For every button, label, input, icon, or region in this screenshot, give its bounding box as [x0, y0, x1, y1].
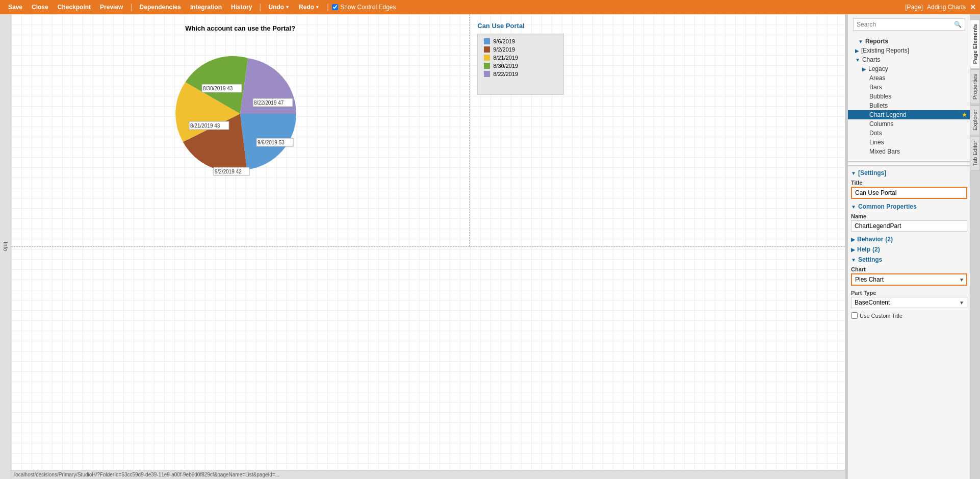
show-edges-toggle[interactable]: Show Control Edges	[332, 4, 396, 11]
legend-title: Can Use Portal	[477, 22, 837, 30]
lines-label: Lines	[869, 139, 884, 146]
legend-item-label: 9/6/2019	[493, 38, 515, 44]
part-type-label: Part Type	[851, 290, 967, 296]
bars-label: Bars	[869, 84, 882, 91]
pie-chart-svg: 9/6/2019 53 9/2/2019 42 8/21/2019 43 8/3…	[174, 47, 306, 180]
search-bar: 🔍	[853, 18, 965, 31]
tree-view: ▼ Reports ▶ [Existing Reports] ▼ Charts …	[848, 35, 970, 158]
title-input[interactable]	[851, 187, 967, 199]
part-type-select-wrap: BaseContent ▼	[851, 297, 967, 308]
help-count: (2)	[872, 246, 880, 253]
tree-chart-legend[interactable]: Chart Legend ★	[848, 110, 970, 119]
mixed-bars-label: Mixed Bars	[869, 148, 900, 155]
settings-sub-label: Settings	[858, 256, 882, 263]
pie-container: 9/6/2019 53 9/2/2019 42 8/21/2019 43 8/3…	[21, 37, 459, 190]
legacy-arrow-icon: ▶	[862, 66, 866, 72]
existing-reports-label: [Existing Reports]	[861, 47, 909, 54]
undo-button[interactable]: Undo ▼	[264, 3, 294, 12]
legend-item: 9/2/2019	[484, 46, 557, 53]
part-type-select[interactable]: BaseContent	[851, 297, 967, 308]
toolbar-right: [Page] Adding Charts ✕	[905, 3, 976, 11]
legend-item: 9/6/2019	[484, 38, 557, 44]
page-label: [Page]	[905, 4, 923, 11]
tab-page-elements[interactable]: Page Elements	[970, 19, 980, 68]
charts-label: Charts	[862, 56, 880, 63]
settings-header-label: [Settings]	[858, 169, 886, 177]
chart-field-label: Chart	[851, 266, 967, 272]
tree-dots[interactable]: Dots	[848, 129, 970, 138]
right-content: 🔍 ▼ Reports ▶ [Existing Reports] ▼ C	[848, 14, 970, 479]
legend-color-swatch	[484, 71, 490, 77]
right-panel: 🔍 ▼ Reports ▶ [Existing Reports] ▼ C	[847, 14, 980, 479]
tree-bubbles[interactable]: Bubbles	[848, 92, 970, 101]
star-icon: ★	[962, 111, 967, 118]
status-url: localhost/decisions/Primary/StudioH/?Fol…	[14, 472, 279, 477]
tree-bars[interactable]: Bars	[848, 83, 970, 92]
columns-label: Columns	[869, 120, 893, 128]
separator-2: |	[259, 3, 261, 12]
dependencies-button[interactable]: Dependencies	[136, 3, 185, 12]
settings-section-header[interactable]: ▼ [Settings]	[851, 169, 967, 177]
pie-label-5: 8/22/2019 47	[254, 100, 284, 106]
tab-properties[interactable]: Properties	[970, 69, 980, 104]
tree-charts[interactable]: ▼ Charts	[848, 55, 970, 64]
checkpoint-button[interactable]: Checkpoint	[54, 3, 95, 12]
history-button[interactable]: History	[227, 3, 256, 12]
properties-panel: ▼ [Settings] Title ▼ Common Properties N…	[848, 165, 970, 322]
tree-legacy[interactable]: ▶ Legacy	[848, 64, 970, 73]
tree-areas[interactable]: Areas	[848, 73, 970, 83]
legend-item-label: 8/22/2019	[493, 71, 518, 77]
chart-select-wrap: Pies Chart ▼	[851, 273, 967, 286]
reports-label: Reports	[865, 38, 888, 45]
use-custom-title-label: Use Custom Title	[860, 313, 902, 319]
tree-columns[interactable]: Columns	[848, 119, 970, 129]
common-arrow-icon: ▼	[851, 204, 856, 210]
tree-bullets[interactable]: Bullets	[848, 101, 970, 110]
common-props-header[interactable]: ▼ Common Properties	[851, 203, 967, 210]
behavior-label: Behavior	[857, 236, 883, 243]
search-area: 🔍	[848, 14, 970, 35]
preview-button[interactable]: Preview	[96, 3, 127, 12]
reports-arrow-icon: ▼	[858, 39, 863, 44]
settings-sub-header[interactable]: ▼ Settings	[851, 256, 967, 263]
close-x-button[interactable]: ✕	[970, 3, 976, 11]
info-tab[interactable]: Info	[0, 14, 11, 479]
behavior-arrow-icon: ▶	[851, 237, 855, 242]
title-field: Title	[851, 180, 967, 199]
redo-button[interactable]: Redo ▼	[295, 3, 324, 12]
pie-label-4: 8/30/2019 43	[203, 86, 233, 91]
name-input[interactable]	[851, 220, 967, 232]
show-edges-label: Show Control Edges	[340, 4, 396, 11]
tab-tab-editor[interactable]: Tab Editor	[970, 136, 980, 171]
toolbar: Save Close Checkpoint Preview | Dependen…	[0, 0, 980, 14]
save-button[interactable]: Save	[4, 3, 27, 12]
page-elements-tab-label: Page Elements	[972, 24, 978, 64]
part-type-field: Part Type BaseContent ▼	[851, 290, 967, 308]
tree-existing-reports[interactable]: ▶ [Existing Reports]	[848, 46, 970, 55]
search-input[interactable]	[857, 21, 954, 28]
chart-title: Which account can use the Portal?	[21, 24, 459, 32]
tree-lines[interactable]: Lines	[848, 138, 970, 147]
pie-label-3: 8/21/2019 43	[190, 123, 220, 129]
help-header[interactable]: ▶ Help (2)	[851, 246, 967, 253]
bubbles-label: Bubbles	[869, 93, 891, 100]
integration-button[interactable]: Integration	[186, 3, 226, 12]
settings-sub-arrow-icon: ▼	[851, 257, 856, 263]
existing-reports-arrow-icon: ▶	[855, 48, 859, 54]
legend-item: 8/22/2019	[484, 71, 557, 77]
tab-explorer[interactable]: Explorer	[970, 105, 980, 135]
legend-item: 8/30/2019	[484, 63, 557, 69]
use-custom-title-checkbox[interactable]	[851, 312, 858, 319]
close-button[interactable]: Close	[28, 3, 53, 12]
show-edges-checkbox[interactable]	[332, 4, 338, 10]
tree-reports[interactable]: ▼ Reports	[848, 37, 970, 46]
chart-select[interactable]: Pies Chart	[851, 273, 967, 286]
legacy-label: Legacy	[868, 65, 888, 72]
behavior-header[interactable]: ▶ Behavior (2)	[851, 236, 967, 243]
pie-label-2: 9/2/2019 42	[215, 169, 242, 174]
canvas-top: Which account can use the Portal?	[11, 14, 845, 247]
separator-1: |	[130, 3, 132, 12]
tree-mixed-bars[interactable]: Mixed Bars	[848, 147, 970, 156]
legend-item-label: 8/21/2019	[493, 55, 518, 61]
areas-label: Areas	[869, 74, 885, 82]
